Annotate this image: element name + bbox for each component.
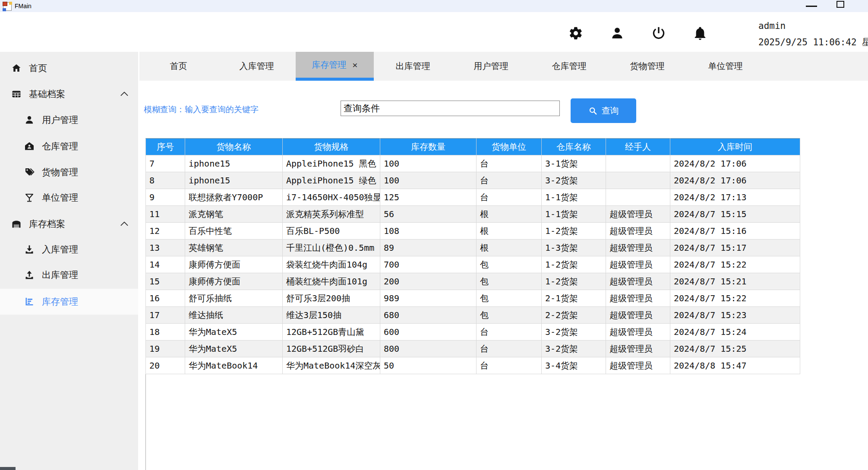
cell[interactable]: 8 xyxy=(146,172,185,189)
cell[interactable]: 维达3层150抽 xyxy=(283,307,380,324)
cell[interactable]: 联想拯救者Y7000P xyxy=(185,189,283,206)
table-row[interactable]: 16舒可乐抽纸舒可乐3层200抽989包2-1货架超级管理员2024/8/7 1… xyxy=(146,290,800,307)
column-header[interactable]: 序号 xyxy=(146,139,185,155)
cell[interactable]: 台 xyxy=(477,357,542,374)
cell[interactable]: 2024/8/7 15:24 xyxy=(670,324,800,341)
cell[interactable]: 17 xyxy=(146,307,185,324)
cell[interactable]: 2024/8/7 15:23 xyxy=(670,307,800,324)
cell[interactable]: 125 xyxy=(380,189,477,206)
cell[interactable]: 2024/8/7 15:21 xyxy=(670,273,800,290)
cell[interactable]: 华为MateBook14 xyxy=(185,357,283,374)
minimize-button[interactable] xyxy=(806,6,817,7)
cell[interactable]: 200 xyxy=(380,273,477,290)
user-icon[interactable] xyxy=(610,26,625,41)
cell[interactable]: 台 xyxy=(477,324,542,341)
column-header[interactable]: 入库时间 xyxy=(670,139,800,155)
cell[interactable]: 2-2货架 xyxy=(542,307,606,324)
chevron-up-icon[interactable] xyxy=(120,221,129,227)
cell[interactable]: 13 xyxy=(146,240,185,256)
cell[interactable]: 2024/8/7 15:22 xyxy=(670,256,800,273)
column-header[interactable]: 货物单位 xyxy=(477,139,542,155)
cell[interactable]: 包 xyxy=(477,256,542,273)
cell[interactable]: AppleiPhone15 绿色 xyxy=(283,172,380,189)
tab-goods[interactable]: 货物管理 xyxy=(608,52,686,81)
cell[interactable]: 19 xyxy=(146,341,185,357)
sidebar-item-inbound[interactable]: 入库管理 xyxy=(0,237,138,262)
column-header[interactable]: 货物名称 xyxy=(185,139,283,155)
cell[interactable]: 台 xyxy=(477,172,542,189)
cell[interactable]: 680 xyxy=(380,307,477,324)
cell[interactable]: 舒可乐3层200抽 xyxy=(283,290,380,307)
cell[interactable]: 超级管理员 xyxy=(606,206,670,223)
cell[interactable]: 12GB+512GB羽砂白 xyxy=(283,341,380,357)
cell[interactable]: 3-1货架 xyxy=(542,155,606,172)
cell[interactable]: 700 xyxy=(380,256,477,273)
cell[interactable]: 50 xyxy=(380,357,477,374)
cell[interactable]: 3-2货架 xyxy=(542,172,606,189)
cell[interactable]: 舒可乐抽纸 xyxy=(185,290,283,307)
cell[interactable]: 9 xyxy=(146,189,185,206)
cell[interactable]: 2024/8/2 17:06 xyxy=(670,155,800,172)
cell[interactable]: 7 xyxy=(146,155,185,172)
search-button[interactable]: 查询 xyxy=(571,98,636,123)
cell[interactable]: 2024/8/2 17:13 xyxy=(670,189,800,206)
cell[interactable]: 超级管理员 xyxy=(606,273,670,290)
cell[interactable]: 维达抽纸 xyxy=(185,307,283,324)
cell[interactable]: 超级管理员 xyxy=(606,324,670,341)
cell[interactable]: 2024/8/8 15:47 xyxy=(670,357,800,374)
cell[interactable]: 600 xyxy=(380,324,477,341)
cell[interactable]: 800 xyxy=(380,341,477,357)
table-row[interactable]: 7iphone15AppleiPhone15 黑色100台3-1货架2024/8… xyxy=(146,155,800,172)
cell[interactable]: 派克精英系列标准型 xyxy=(283,206,380,223)
cell[interactable]: 89 xyxy=(380,240,477,256)
table-row[interactable]: 12百乐中性笔百乐BL-P500108根1-2货架超级管理员2024/8/7 1… xyxy=(146,223,800,240)
sidebar-item-outbound[interactable]: 出库管理 xyxy=(0,262,138,288)
sidebar-item-warehouses[interactable]: 仓库管理 xyxy=(0,133,138,159)
cell[interactable]: 20 xyxy=(146,357,185,374)
cell[interactable]: 2024/8/7 15:17 xyxy=(670,240,800,256)
cell[interactable]: 2024/8/7 15:25 xyxy=(670,341,800,357)
cell[interactable]: 989 xyxy=(380,290,477,307)
tab-warehouses[interactable]: 仓库管理 xyxy=(530,52,608,81)
cell[interactable]: 3-2货架 xyxy=(542,341,606,357)
cell[interactable]: 12 xyxy=(146,223,185,240)
cell[interactable]: 袋装红烧牛肉面104g xyxy=(283,256,380,273)
sidebar-item-inventory-files[interactable]: 库存档案 xyxy=(0,211,138,237)
cell[interactable]: 16 xyxy=(146,290,185,307)
cell[interactable]: 1-2货架 xyxy=(542,256,606,273)
gear-icon[interactable] xyxy=(568,26,583,41)
sidebar-item-inventory[interactable]: 库存管理 xyxy=(0,289,138,315)
table-row[interactable]: 15康师傅方便面桶装红烧牛肉面101g200包1-2货架超级管理员2024/8/… xyxy=(146,273,800,290)
cell[interactable]: 包 xyxy=(477,307,542,324)
column-header[interactable]: 仓库名称 xyxy=(542,139,606,155)
table-row[interactable]: 17维达抽纸维达3层150抽680包2-2货架超级管理员2024/8/7 15:… xyxy=(146,307,800,324)
cell[interactable] xyxy=(606,172,670,189)
tab-close-icon[interactable]: × xyxy=(352,60,357,69)
cell[interactable]: 100 xyxy=(380,172,477,189)
cell[interactable]: 2024/8/2 17:06 xyxy=(670,172,800,189)
tab-inbound[interactable]: 入库管理 xyxy=(218,52,296,81)
sidebar-item-home[interactable]: 首页 xyxy=(0,55,138,81)
cell[interactable]: iphone15 xyxy=(185,172,283,189)
cell[interactable]: 超级管理员 xyxy=(606,240,670,256)
table-row[interactable]: 20华为MateBook14华为MateBook14深空灰50台3-4货架超级管… xyxy=(146,357,800,374)
cell[interactable]: 根 xyxy=(477,223,542,240)
cell[interactable]: i7-14650HX-4050独显 xyxy=(283,189,380,206)
cell[interactable]: 超级管理员 xyxy=(606,341,670,357)
bell-icon[interactable] xyxy=(693,26,707,41)
table-row[interactable]: 18华为MateX512GB+512GB青山黛600台3-2货架超级管理员202… xyxy=(146,324,800,341)
cell[interactable]: 14 xyxy=(146,256,185,273)
cell[interactable]: 超级管理员 xyxy=(606,290,670,307)
cell[interactable]: 56 xyxy=(380,206,477,223)
tab-inventory[interactable]: 库存管理 × xyxy=(296,52,374,81)
cell[interactable]: 108 xyxy=(380,223,477,240)
cell[interactable]: 千里江山(橙色)0.5mm xyxy=(283,240,380,256)
maximize-button[interactable] xyxy=(836,1,844,8)
cell[interactable]: 华为MateX5 xyxy=(185,341,283,357)
tab-home[interactable]: 首页 xyxy=(139,52,218,81)
tab-users[interactable]: 用户管理 xyxy=(452,52,530,81)
column-header[interactable]: 货物规格 xyxy=(283,139,380,155)
cell[interactable]: 台 xyxy=(477,155,542,172)
cell[interactable]: 康师傅方便面 xyxy=(185,273,283,290)
cell[interactable]: 根 xyxy=(477,206,542,223)
